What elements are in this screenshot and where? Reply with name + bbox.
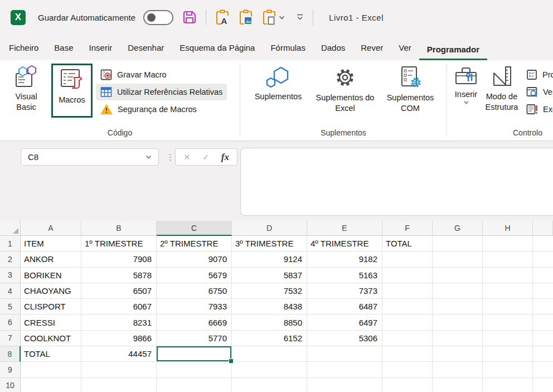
column-header-B[interactable]: B (81, 221, 157, 236)
cell-F5[interactable] (382, 299, 433, 314)
cell-H7[interactable] (483, 331, 533, 346)
cell-H1[interactable] (483, 236, 533, 251)
cell-D1[interactable]: 3º TRIMESTRE (232, 236, 307, 251)
tab-desenhar[interactable]: Desenhar (120, 43, 172, 60)
cell-D9[interactable] (232, 362, 307, 378)
cell-B2[interactable]: 7908 (81, 251, 157, 267)
cell-B1[interactable]: 1º TRIMESTRE (81, 236, 157, 251)
cell-A4[interactable]: CHAOYANG (21, 283, 81, 299)
cell-C5[interactable]: 7933 (157, 299, 232, 314)
cell-B10[interactable] (81, 378, 157, 392)
cell-D3[interactable]: 5837 (232, 268, 307, 283)
row-header-4[interactable]: 4 (0, 283, 21, 299)
tab-ficheiro[interactable]: Ficheiro (1, 43, 46, 60)
cell-A1[interactable]: ITEM (21, 236, 81, 251)
cell-H4[interactable] (483, 283, 533, 299)
cell-E7[interactable]: 5306 (307, 331, 382, 346)
cell-H10[interactable] (483, 378, 533, 392)
cell-H2[interactable] (483, 251, 533, 267)
cell-A5[interactable]: CLISPORT (21, 299, 81, 314)
cell-E1[interactable]: 4º TRIMESTRE (307, 236, 382, 251)
cell-G9[interactable] (433, 362, 483, 378)
cell-A9[interactable] (21, 362, 81, 378)
cell-G5[interactable] (433, 299, 483, 314)
column-header-F[interactable]: F (382, 221, 433, 236)
save-icon[interactable] (182, 10, 197, 25)
cell-F2[interactable] (382, 251, 433, 267)
row-header-9[interactable]: 9 (0, 362, 21, 378)
column-header-A[interactable]: A (21, 221, 81, 236)
cell-H9[interactable] (483, 362, 533, 378)
name-box[interactable]: C8 (21, 148, 159, 166)
row-header-8[interactable]: 8 (0, 346, 21, 362)
cell-D10[interactable] (232, 378, 307, 392)
tab-ver[interactable]: Ver (391, 43, 419, 60)
visual-basic-button[interactable]: Visual Basic (4, 63, 48, 113)
suplementos-button[interactable]: Suplementos (245, 63, 312, 102)
cell-G2[interactable] (433, 251, 483, 267)
tab-esquema-da-pagina[interactable]: Esquema da Página (172, 43, 263, 60)
cell-B3[interactable]: 5878 (81, 268, 157, 283)
column-header-E[interactable]: E (307, 221, 382, 236)
cell-G3[interactable] (433, 268, 483, 283)
executar-caixa-dialogo-button[interactable]: Execu (522, 101, 553, 118)
cell-B8[interactable]: 44457 (81, 346, 157, 362)
row-header-7[interactable]: 7 (0, 331, 21, 346)
name-box-dropdown-chevron-icon[interactable] (145, 155, 152, 159)
cell-C2[interactable]: 9070 (157, 251, 232, 267)
tab-formulas[interactable]: Fórmulas (263, 43, 313, 60)
cell-H8[interactable] (483, 346, 533, 362)
cell-E10[interactable] (307, 378, 382, 392)
tab-programador[interactable]: Programador (419, 45, 487, 60)
cell-G10[interactable] (433, 378, 483, 392)
cell-E3[interactable]: 5163 (307, 268, 382, 283)
macros-button[interactable]: Macros (53, 65, 91, 105)
cell-A7[interactable]: COOLKNOT (21, 331, 81, 346)
row-header-6[interactable]: 6 (0, 314, 21, 330)
column-header-C[interactable]: C (157, 221, 232, 236)
modo-de-estrutura-button[interactable]: Modo de Estrutura (482, 63, 522, 113)
tab-base[interactable]: Base (46, 43, 81, 60)
cell-F3[interactable] (382, 268, 433, 283)
cell-E5[interactable]: 6487 (307, 299, 382, 314)
cell-G4[interactable] (433, 283, 483, 299)
cell-F4[interactable] (382, 283, 433, 299)
tab-dados[interactable]: Dados (313, 43, 353, 60)
cell-B9[interactable] (81, 362, 157, 378)
cell-D5[interactable]: 8438 (232, 299, 307, 314)
cell-B4[interactable]: 6507 (81, 283, 157, 299)
cell-D8[interactable] (232, 346, 307, 362)
tab-rever[interactable]: Rever (353, 43, 391, 60)
cell-F8[interactable] (382, 346, 433, 362)
cell-C8[interactable] (157, 346, 232, 362)
suplementos-com-button[interactable]: Suplementos COM (379, 63, 442, 114)
cancel-entry-button[interactable]: ✕ (183, 152, 191, 162)
row-header-2[interactable]: 2 (0, 251, 21, 267)
row-header-1[interactable]: 1 (0, 236, 21, 251)
cell-E6[interactable]: 6497 (307, 314, 382, 330)
cell-F10[interactable] (382, 378, 433, 392)
cell-D4[interactable]: 7532 (232, 283, 307, 299)
cell-E4[interactable]: 7373 (307, 283, 382, 299)
cell-E2[interactable]: 9182 (307, 251, 382, 267)
select-all-corner[interactable] (0, 221, 21, 236)
cell-F1[interactable]: TOTAL (382, 236, 433, 251)
column-header-G[interactable]: G (433, 221, 483, 236)
cell-C3[interactable]: 5679 (157, 268, 232, 283)
cell-C1[interactable]: 2º TRIMESTRE (157, 236, 232, 251)
cell-A8[interactable]: TOTAL (21, 346, 81, 362)
cell-B7[interactable]: 9866 (81, 331, 157, 346)
cell-E9[interactable] (307, 362, 382, 378)
paste-picture-icon[interactable] (239, 9, 253, 26)
cell-H6[interactable] (483, 314, 533, 330)
row-header-3[interactable]: 3 (0, 268, 21, 283)
column-header-H[interactable]: H (483, 221, 533, 236)
insert-function-button[interactable]: fx (221, 152, 229, 163)
suplementos-do-excel-button[interactable]: Suplementos do Excel (312, 63, 379, 114)
cell-E8[interactable] (307, 346, 382, 362)
formula-input[interactable] (240, 148, 553, 216)
cell-G8[interactable] (433, 346, 483, 362)
cell-F6[interactable] (382, 314, 433, 330)
cell-F7[interactable] (382, 331, 433, 346)
cell-G6[interactable] (433, 314, 483, 330)
